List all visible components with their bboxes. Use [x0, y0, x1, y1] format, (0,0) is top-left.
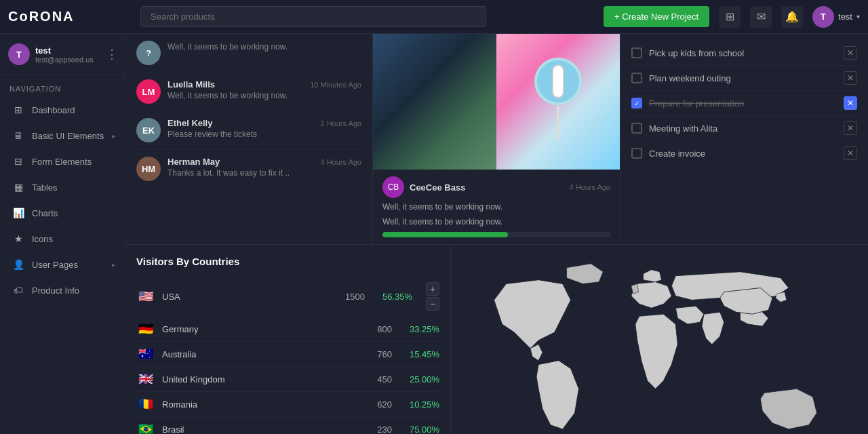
sidebar-label-charts: Charts [32, 208, 58, 218]
create-new-project-button[interactable]: + Create New Project [604, 6, 709, 27]
msg-name: Luella Mills [167, 79, 215, 90]
search-input[interactable] [140, 6, 486, 27]
country-flag: 🇬🇧 [136, 372, 155, 386]
progress-fill [382, 232, 508, 237]
zoom-out-button[interactable]: − [426, 297, 439, 311]
todo-delete-1[interactable]: ✕ [844, 46, 857, 60]
sidebar-label-dashboard: Dashboard [32, 105, 75, 115]
sidebar-more-icon[interactable]: ⋮ [106, 47, 118, 62]
media-progress-text: Well, it seems to be working now. [382, 217, 610, 226]
msg-text: Well, it seems to be working now. [167, 42, 361, 52]
media-msg-text: Well, it seems to be working now. [382, 202, 610, 212]
sidebar-item-charts[interactable]: 📊 Charts [0, 200, 125, 226]
bell-icon[interactable]: 🔔 [781, 6, 803, 28]
chevron-right-icon: ▸ [112, 132, 115, 140]
media-panel: CB CeeCee Bass 4 Hours Ago Well, it seem… [373, 34, 620, 244]
dashboard-icon: ⊞ [12, 103, 25, 117]
sidebar-avatar: T [8, 43, 30, 65]
list-item: ? Well, it seems to be working now. [132, 34, 366, 73]
sidebar: T test test@appseed.us ⋮ Navigation ⊞ Da… [0, 34, 125, 434]
progress-bar [382, 232, 610, 237]
sidebar-item-form-elements[interactable]: ⊟ Form Elements [0, 149, 125, 174]
basic-ui-icon: 🖥 [12, 129, 25, 142]
todo-delete-2[interactable]: ✕ [844, 71, 857, 85]
sidebar-item-icons[interactable]: ★ Icons [0, 226, 125, 252]
todo-checkbox-3[interactable] [631, 98, 642, 108]
country-flag: 🇦🇺 [136, 347, 155, 361]
list-item: Pick up kids from school ✕ [627, 41, 861, 66]
msg-body: Herman May 4 Hours Ago Thanks a lot. It … [167, 157, 361, 178]
sidebar-user-name: test [35, 45, 117, 56]
topbar: CoRONA + Create New Project ⊞ ✉ 🔔 T test… [0, 0, 868, 34]
sidebar-item-user-pages[interactable]: 👤 User Pages ▸ [0, 252, 125, 277]
top-section: ? Well, it seems to be working now. LM [125, 34, 868, 245]
visitors-title: Visitors By Countries [136, 256, 439, 267]
country-name: United Kingdom [162, 374, 351, 384]
todo-delete-3[interactable]: ✕ [844, 96, 857, 110]
msg-text: Well, it seems to be working now. [167, 91, 361, 100]
country-percentage: 56.35% [372, 292, 412, 302]
avatar: ? [136, 41, 161, 65]
main-content: ? Well, it seems to be working now. LM [125, 34, 868, 434]
sidebar-item-dashboard[interactable]: ⊞ Dashboard [0, 97, 125, 123]
todo-text-3: Prepare for presentation [649, 98, 837, 108]
msg-text: Thanks a lot. It was easy to fix it .. [167, 168, 361, 178]
todo-text-4: Meeting with Alita [649, 123, 837, 134]
mail-icon[interactable]: ✉ [750, 6, 772, 28]
sidebar-item-basic-ui[interactable]: 🖥 Basic UI Elements ▸ [0, 123, 125, 149]
topbar-right: + Create New Project ⊞ ✉ 🔔 T test ▾ [604, 6, 860, 28]
world-map [458, 252, 861, 434]
sidebar-label-form-elements: Form Elements [32, 157, 92, 167]
visitors-section: Visitors By Countries 🇺🇸USA150056.35%+−🇩… [125, 245, 868, 434]
country-count: 800 [358, 324, 392, 334]
list-item: Plan weekend outing ✕ [627, 66, 861, 91]
country-percentage: 33.25% [399, 324, 439, 334]
list-item: 🇧🇷Brasil23075.00% [136, 417, 439, 434]
list-item: Prepare for presentation ✕ [627, 91, 861, 116]
form-elements-icon: ⊟ [12, 155, 25, 168]
product-info-icon: 🏷 [12, 283, 25, 297]
country-count: 450 [358, 374, 392, 384]
mountain-image [373, 34, 496, 170]
todo-panel: Pick up kids from school ✕ Plan weekend … [620, 34, 868, 244]
zoom-in-button[interactable]: + [426, 282, 439, 296]
country-flag: 🇷🇴 [136, 397, 155, 411]
country-count: 230 [358, 425, 392, 435]
tables-icon: ▦ [12, 180, 25, 194]
country-percentage: 25.00% [399, 374, 439, 384]
todo-delete-4[interactable]: ✕ [844, 121, 857, 135]
todo-checkbox-2[interactable] [631, 73, 642, 83]
media-msg-name: CeeCee Bass [410, 182, 465, 193]
sidebar-item-product-info[interactable]: 🏷 Product Info [0, 277, 125, 303]
todo-delete-5[interactable]: ✕ [844, 146, 857, 160]
todo-text-5: Create invoice [649, 149, 837, 159]
todo-checkbox-5[interactable] [631, 148, 642, 159]
country-name: Brasil [162, 425, 351, 435]
sidebar-label-user-pages: User Pages [32, 260, 78, 270]
zoom-controls: +− [426, 282, 439, 311]
sidebar-user-info: test test@appseed.us [35, 45, 117, 64]
sidebar-section-label: Navigation [0, 75, 125, 97]
user-avatar-menu[interactable]: T test ▾ [812, 6, 860, 28]
country-name: Germany [162, 324, 351, 334]
user-pages-icon: 👤 [12, 258, 25, 271]
msg-body: Well, it seems to be working now. [167, 41, 361, 52]
todo-checkbox-1[interactable] [631, 47, 642, 58]
messages-panel: ? Well, it seems to be working now. LM [125, 34, 373, 244]
todo-checkbox-4[interactable] [631, 123, 642, 134]
sidebar-item-tables[interactable]: ▦ Tables [0, 174, 125, 200]
avatar: HM [136, 157, 161, 181]
list-item: Meeting with Alita ✕ [627, 116, 861, 141]
msg-name: Herman May [167, 157, 220, 167]
msg-time: 4 Hours Ago [320, 158, 361, 166]
layout: T test test@appseed.us ⋮ Navigation ⊞ Da… [0, 34, 868, 434]
list-item: 🇺🇸USA150056.35%+− [136, 277, 439, 317]
list-item: 🇦🇺Australia76015.45% [136, 342, 439, 367]
grid-icon[interactable]: ⊞ [719, 6, 741, 28]
msg-header: Luella Mills 10 Minutes Ago [167, 79, 361, 90]
country-count: 760 [358, 349, 392, 359]
avatar: EK [136, 118, 161, 142]
list-item: 🇷🇴Romania62010.25% [136, 392, 439, 417]
sidebar-user-email: test@appseed.us [35, 56, 117, 64]
avatar: T [812, 6, 834, 28]
